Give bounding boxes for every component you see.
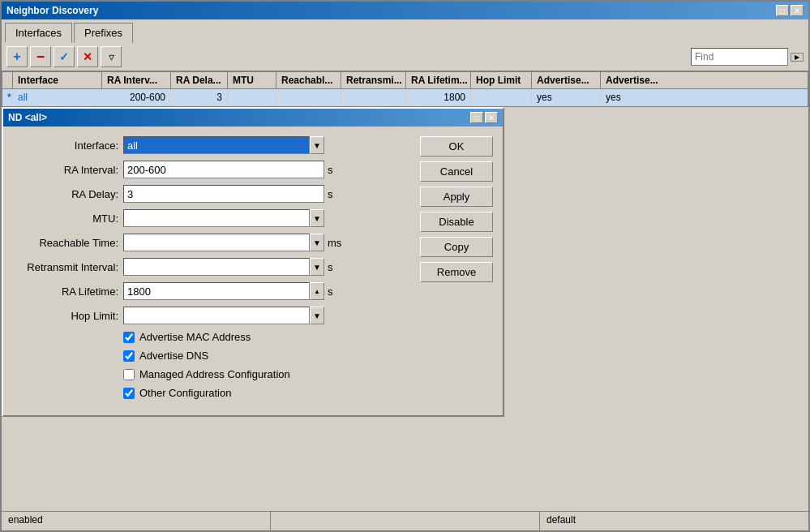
advertise-mac-row: Advertise MAC Address (123, 331, 412, 343)
reachable-input[interactable] (123, 234, 310, 251)
td-ra-lifetime: 1800 (406, 89, 471, 105)
main-content: ND <all> □ ✕ Interface: ▼ (2, 107, 808, 511)
filter-button[interactable]: ▿ (101, 46, 122, 67)
th-marker (2, 72, 13, 88)
status-enabled: enabled (2, 512, 271, 530)
add-button[interactable]: + (6, 46, 28, 67)
advertise-mac-checkbox[interactable] (123, 332, 135, 343)
remove-button[interactable]: − (30, 46, 51, 67)
advertise-dns-label: Advertise DNS (139, 350, 208, 362)
ra-lifetime-label: RA Lifetime: (13, 285, 118, 298)
status-middle (271, 512, 540, 530)
th-hop-limit: Hop Limit (471, 72, 532, 88)
dialog-form: Interface: ▼ RA Interval: s (13, 136, 412, 405)
reachable-input-container: ▼ (123, 234, 324, 251)
retransmit-input[interactable] (123, 258, 310, 276)
reachable-label: Reachable Time: (13, 237, 118, 249)
dialog-buttons: OK Cancel Apply Disable Copy Remove (420, 136, 493, 405)
advertise-dns-checkbox[interactable] (123, 350, 135, 362)
ra-lifetime-row: RA Lifetime: ▲ s (13, 282, 412, 300)
advertise-dns-row: Advertise DNS (123, 350, 412, 362)
interface-row: Interface: ▼ (13, 136, 412, 154)
td-advertise1: yes (532, 89, 601, 105)
dialog: ND <all> □ ✕ Interface: ▼ (2, 107, 504, 417)
check-button[interactable]: ✓ (54, 46, 75, 67)
other-config-checkbox[interactable] (123, 388, 135, 399)
th-ra-lifetime: RA Lifetim... (406, 72, 471, 88)
ra-lifetime-input[interactable] (123, 282, 310, 300)
x-button[interactable]: ✕ (77, 46, 98, 67)
copy-button[interactable]: Copy (420, 237, 493, 257)
ra-delay-label: RA Delay: (13, 188, 118, 200)
close-button[interactable]: ✕ (791, 5, 804, 16)
ok-button[interactable]: OK (420, 136, 493, 157)
retransmit-row: Retransmit Interval: ▼ s (13, 258, 412, 276)
toolbar: + − ✓ ✕ ▿ ▶ (2, 43, 808, 71)
th-ra-interval: RA Interv... (102, 72, 171, 88)
mtu-input[interactable] (123, 209, 310, 227)
ra-interval-label: RA Interval: (13, 164, 118, 176)
th-interface: Interface (13, 72, 102, 88)
ra-delay-unit: s (328, 188, 333, 200)
restore-button[interactable]: □ (776, 5, 789, 16)
status-default: default (540, 512, 808, 530)
ra-interval-row: RA Interval: s (13, 161, 412, 178)
cancel-button[interactable]: Cancel (420, 161, 493, 182)
reachable-unit: ms (328, 237, 341, 249)
ra-interval-input[interactable] (123, 161, 324, 178)
managed-addr-checkbox[interactable] (123, 369, 135, 380)
find-input[interactable] (691, 48, 788, 66)
retransmit-unit: s (328, 261, 333, 273)
apply-button[interactable]: Apply (420, 187, 493, 207)
advertise-mac-label: Advertise MAC Address (139, 331, 251, 343)
th-retransmit: Retransmi... (341, 72, 406, 88)
td-interface: all (13, 89, 102, 105)
hop-limit-label: Hop Limit: (13, 310, 118, 322)
dialog-title-bar: ND <all> □ ✕ (3, 109, 503, 127)
retransmit-input-container: ▼ (123, 258, 324, 276)
managed-addr-label: Managed Address Configuration (139, 368, 290, 380)
interface-dropdown-button[interactable]: ▼ (310, 136, 324, 154)
hop-limit-row: Hop Limit: ▼ (13, 307, 412, 324)
th-reachable: Reachabl... (276, 72, 341, 88)
status-bar: enabled default (2, 511, 808, 530)
tab-prefixes[interactable]: Prefixes (74, 23, 133, 43)
interface-input-container: ▼ (123, 136, 324, 154)
ra-delay-input[interactable] (123, 185, 324, 203)
managed-addr-row: Managed Address Configuration (123, 368, 412, 380)
mtu-dropdown-button[interactable]: ▼ (310, 209, 324, 227)
dialog-overlay: ND <all> □ ✕ Interface: ▼ (2, 107, 808, 120)
scroll-right-button[interactable]: ▶ (791, 53, 804, 62)
remove-dialog-button[interactable]: Remove (420, 262, 493, 282)
td-retransmit (341, 89, 406, 105)
interface-input[interactable] (123, 136, 310, 154)
hop-limit-dropdown-button[interactable]: ▼ (310, 307, 324, 324)
tab-interfaces[interactable]: Interfaces (5, 23, 72, 43)
th-advertise2: Advertise... (601, 72, 670, 88)
other-config-row: Other Configuration (123, 387, 412, 399)
disable-button[interactable]: Disable (420, 212, 493, 232)
ra-lifetime-input-container: ▲ (123, 282, 324, 300)
tabs-bar: Interfaces Prefixes (2, 19, 808, 43)
mtu-row: MTU: ▼ (13, 209, 412, 227)
hop-limit-input[interactable] (123, 307, 310, 324)
table-row[interactable]: * all 200-600 3 1800 yes yes (2, 89, 808, 106)
table-area: Interface RA Interv... RA Dela... MTU Re… (2, 71, 808, 107)
dialog-restore-button[interactable]: □ (470, 112, 483, 123)
interface-label: Interface: (13, 139, 118, 152)
ra-lifetime-up-button[interactable]: ▲ (310, 282, 324, 300)
dialog-title-buttons: □ ✕ (470, 112, 498, 123)
window-title: Neighbor Discovery (6, 5, 98, 16)
dialog-close-button[interactable]: ✕ (485, 112, 498, 123)
td-hop-limit (471, 89, 532, 105)
hop-limit-input-container: ▼ (123, 307, 324, 324)
reachable-time-row: Reachable Time: ▼ ms (13, 234, 412, 251)
td-ra-interval: 200-600 (102, 89, 171, 105)
other-config-label: Other Configuration (139, 387, 231, 399)
reachable-dropdown-button[interactable]: ▼ (310, 234, 324, 251)
table-header: Interface RA Interv... RA Dela... MTU Re… (2, 72, 808, 89)
title-bar-buttons: □ ✕ (776, 5, 804, 16)
retransmit-dropdown-button[interactable]: ▼ (310, 258, 324, 276)
ra-delay-row: RA Delay: s (13, 185, 412, 203)
retransmit-label: Retransmit Interval: (13, 261, 118, 273)
